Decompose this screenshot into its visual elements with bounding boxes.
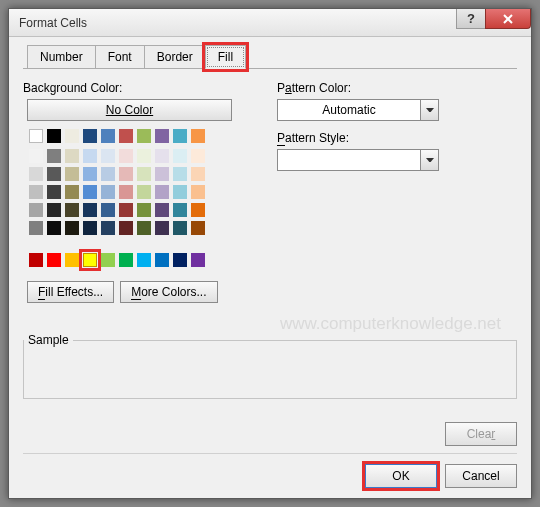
- color-swatch[interactable]: [65, 129, 79, 143]
- color-swatch[interactable]: [137, 203, 151, 217]
- clear-button[interactable]: Clear: [445, 422, 517, 446]
- color-swatch[interactable]: [29, 221, 43, 235]
- sample-label: Sample: [24, 333, 73, 347]
- color-swatch[interactable]: [29, 185, 43, 199]
- color-swatch[interactable]: [29, 129, 43, 143]
- color-swatch[interactable]: [47, 221, 61, 235]
- color-swatch[interactable]: [155, 129, 169, 143]
- standard-colors-row: [27, 251, 261, 269]
- dialog-title: Format Cells: [19, 16, 87, 30]
- titlebar: Format Cells ?: [9, 9, 531, 37]
- color-swatch[interactable]: [101, 167, 115, 181]
- color-swatch[interactable]: [29, 167, 43, 181]
- dialog-body: Number Font Border Fill Background Color…: [9, 37, 531, 409]
- color-swatch[interactable]: [83, 185, 97, 199]
- color-swatch[interactable]: [155, 185, 169, 199]
- color-swatch[interactable]: [47, 203, 61, 217]
- color-swatch[interactable]: [137, 185, 151, 199]
- color-swatch[interactable]: [83, 253, 97, 267]
- color-swatch[interactable]: [173, 167, 187, 181]
- color-swatch[interactable]: [83, 129, 97, 143]
- color-swatch[interactable]: [155, 167, 169, 181]
- color-swatch[interactable]: [47, 129, 61, 143]
- pattern-color-label: Pattern Color:: [277, 81, 517, 95]
- color-swatch[interactable]: [119, 185, 133, 199]
- color-swatch[interactable]: [155, 149, 169, 163]
- color-swatch[interactable]: [191, 253, 205, 267]
- sample-preview: Sample: [23, 333, 517, 399]
- color-swatch[interactable]: [119, 221, 133, 235]
- svg-marker-3: [426, 158, 434, 163]
- color-swatch[interactable]: [137, 129, 151, 143]
- color-swatch[interactable]: [47, 167, 61, 181]
- color-swatch[interactable]: [101, 203, 115, 217]
- cancel-button[interactable]: Cancel: [445, 464, 517, 488]
- color-swatch[interactable]: [137, 221, 151, 235]
- tab-number[interactable]: Number: [27, 45, 96, 69]
- color-swatch[interactable]: [119, 149, 133, 163]
- color-swatch[interactable]: [119, 129, 133, 143]
- color-swatch[interactable]: [101, 185, 115, 199]
- color-swatch[interactable]: [101, 253, 115, 267]
- close-button[interactable]: [485, 9, 531, 29]
- color-swatch[interactable]: [47, 149, 61, 163]
- tab-font[interactable]: Font: [95, 45, 145, 69]
- color-swatch[interactable]: [83, 203, 97, 217]
- theme-accent-row: [27, 127, 261, 145]
- color-swatch[interactable]: [137, 167, 151, 181]
- color-swatch[interactable]: [83, 149, 97, 163]
- color-swatch[interactable]: [119, 203, 133, 217]
- chevron-down-icon: [420, 100, 438, 120]
- pattern-color-select[interactable]: Automatic: [277, 99, 439, 121]
- pattern-color-value: Automatic: [278, 103, 420, 117]
- color-swatch[interactable]: [65, 185, 79, 199]
- ok-button[interactable]: OK: [365, 464, 437, 488]
- no-color-button[interactable]: No Color: [27, 99, 232, 121]
- color-swatch[interactable]: [191, 167, 205, 181]
- color-swatch[interactable]: [29, 149, 43, 163]
- color-swatch[interactable]: [47, 185, 61, 199]
- color-swatch[interactable]: [173, 253, 187, 267]
- tab-border[interactable]: Border: [144, 45, 206, 69]
- format-cells-dialog: Format Cells ? Number Font Border Fill B…: [8, 8, 532, 499]
- tab-fill[interactable]: Fill: [205, 45, 246, 69]
- background-color-label: Background Color:: [23, 81, 261, 95]
- color-swatch[interactable]: [191, 185, 205, 199]
- color-swatch[interactable]: [65, 253, 79, 267]
- color-swatch[interactable]: [29, 203, 43, 217]
- color-swatch[interactable]: [173, 149, 187, 163]
- color-swatch[interactable]: [173, 185, 187, 199]
- color-swatch[interactable]: [173, 221, 187, 235]
- color-swatch[interactable]: [65, 149, 79, 163]
- color-swatch[interactable]: [155, 203, 169, 217]
- more-colors-button[interactable]: More Colors...: [120, 281, 217, 303]
- color-swatch[interactable]: [65, 221, 79, 235]
- color-swatch[interactable]: [191, 149, 205, 163]
- color-swatch[interactable]: [191, 221, 205, 235]
- color-swatch[interactable]: [47, 253, 61, 267]
- color-swatch[interactable]: [65, 203, 79, 217]
- color-swatch[interactable]: [119, 167, 133, 181]
- color-swatch[interactable]: [119, 253, 133, 267]
- color-swatch[interactable]: [101, 221, 115, 235]
- color-swatch[interactable]: [65, 167, 79, 181]
- svg-marker-2: [426, 108, 434, 113]
- color-swatch[interactable]: [83, 167, 97, 181]
- color-swatch[interactable]: [101, 129, 115, 143]
- pattern-style-label: Pattern Style:: [277, 131, 517, 145]
- fill-effects-button[interactable]: Fill Effects...: [27, 281, 114, 303]
- color-swatch[interactable]: [83, 221, 97, 235]
- color-swatch[interactable]: [173, 129, 187, 143]
- color-swatch[interactable]: [173, 203, 187, 217]
- color-swatch[interactable]: [191, 129, 205, 143]
- help-button[interactable]: ?: [456, 9, 486, 29]
- color-swatch[interactable]: [137, 149, 151, 163]
- color-swatch[interactable]: [101, 149, 115, 163]
- color-swatch[interactable]: [137, 253, 151, 267]
- color-swatch[interactable]: [191, 203, 205, 217]
- color-swatch[interactable]: [155, 253, 169, 267]
- pattern-style-select[interactable]: [277, 149, 439, 171]
- color-swatch[interactable]: [29, 253, 43, 267]
- color-swatch[interactable]: [155, 221, 169, 235]
- help-icon: ?: [467, 11, 475, 26]
